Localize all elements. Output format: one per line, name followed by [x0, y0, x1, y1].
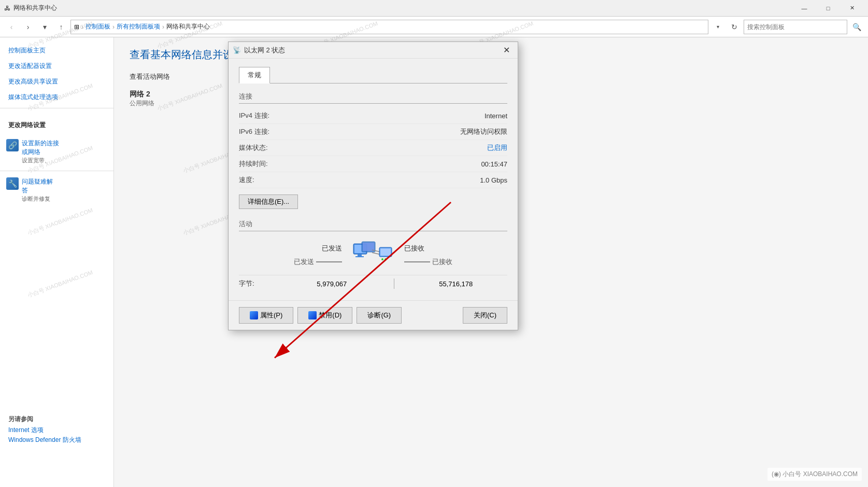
dialog-title-text: 📡 以太网 2 状态: [233, 46, 285, 55]
dialog-content: 常规 连接 IPv4 连接: Internet IPv6 连接: 无网络访问权限…: [229, 59, 518, 300]
received-side: 已接收 已接收: [404, 244, 497, 267]
breadcrumb-icon: ⊞: [74, 23, 79, 31]
close-dialog-button[interactable]: 关闭(C): [463, 307, 507, 324]
breadcrumb-current: 网络和共享中心: [166, 22, 210, 31]
ipv6-label: IPv6 连接:: [239, 127, 301, 136]
duration-value: 00:15:47: [301, 160, 507, 168]
new-connection-desc: 设置宽带、: [22, 157, 59, 164]
troubleshoot-icon: 🔧: [6, 177, 19, 190]
dialog-title-label: 以太网 2 状态: [244, 46, 285, 55]
received-label: 已接收: [404, 244, 497, 253]
search-icon[interactable]: 🔍: [849, 20, 864, 34]
bytes-sent-value: 5,979,067: [280, 280, 383, 288]
diagnose-label: 诊断(G): [367, 311, 391, 320]
received-arrow-line: [404, 261, 430, 262]
properties-button[interactable]: 属性(P): [239, 307, 293, 324]
window-icon: 🖧: [4, 5, 10, 12]
troubleshoot-link[interactable]: 问题疑难解答: [22, 177, 53, 195]
breadcrumb-all-items[interactable]: 所有控制面板项: [117, 22, 160, 31]
bytes-row: 字节: 5,979,067 55,716,178: [239, 275, 507, 292]
properties-icon: [250, 311, 258, 319]
forward-button[interactable]: ›: [21, 20, 35, 34]
sidebar-divider-2: [0, 171, 113, 171]
dialog-footer: 属性(P) 禁用(D) 诊断(G) 关闭(C): [229, 300, 518, 330]
ipv4-row: IPv4 连接: Internet: [239, 108, 507, 124]
internet-options-link[interactable]: Internet 选项: [8, 426, 106, 435]
media-state-label: 媒体状态:: [239, 143, 301, 152]
media-state-row: 媒体状态: 已启用: [239, 140, 507, 156]
sent-arrow-line: [316, 261, 342, 262]
sent-arrow-label: 已发送: [294, 257, 314, 267]
sidebar-action-new-connection: 🔗 设置新的连接或网络 设置宽带、: [0, 136, 113, 168]
speed-value: 1.0 Gbps: [301, 176, 507, 184]
window-close-button[interactable]: ✕: [840, 0, 864, 17]
svg-rect-2: [358, 254, 362, 256]
sidebar-item-change-adapter[interactable]: 更改适配器设置: [0, 58, 113, 74]
troubleshoot-desc: 诊断并修复: [22, 195, 53, 203]
new-connection-icon: 🔗: [6, 139, 19, 151]
network-computers-icon: [352, 240, 394, 271]
also-see-title: 另请参阅: [8, 415, 106, 424]
title-bar-controls: — □ ✕: [792, 0, 864, 17]
up-button[interactable]: ↑: [54, 20, 68, 34]
windows-defender-link[interactable]: Windows Defender 防火墙: [8, 436, 106, 444]
diagnose-button[interactable]: 诊断(G): [357, 307, 402, 324]
ipv6-row: IPv6 连接: 无网络访问权限: [239, 124, 507, 140]
svg-rect-3: [355, 256, 364, 257]
dialog-title-icon: 📡: [233, 46, 241, 54]
search-input[interactable]: [744, 20, 847, 34]
footer-section: 另请参阅 Internet 选项 Windows Defender 防火墙: [0, 415, 114, 446]
svg-rect-9: [380, 248, 391, 256]
media-state-value: 已启用: [301, 143, 507, 152]
bytes-received-value: 55,716,178: [405, 280, 508, 288]
ipv6-value: 无网络访问权限: [301, 127, 507, 136]
ipv4-label: IPv4 连接:: [239, 111, 301, 120]
dialog-tab-bar: 常规: [239, 67, 507, 84]
disable-button[interactable]: 禁用(D): [297, 307, 352, 324]
sent-label: 已发送: [249, 244, 342, 253]
sidebar-item-control-panel-home[interactable]: 控制面板主页: [0, 43, 113, 58]
svg-point-11: [385, 258, 387, 260]
connection-section-title: 连接: [239, 92, 507, 104]
breadcrumb-control-panel[interactable]: 控制面板: [86, 22, 110, 31]
address-bar: ‹ › ▾ ↑ ⊞ › 控制面板 › 所有控制面板项 › 网络和共享中心 ▾ ↻…: [0, 17, 868, 37]
recent-pages-button[interactable]: ▾: [37, 20, 52, 34]
speed-label: 速度:: [239, 175, 301, 185]
received-arrow-label: 已接收: [432, 257, 452, 267]
brand-watermark: (◉) 小白号 XIAOBAIHAO.COM: [767, 468, 862, 481]
breadcrumb: ⊞ › 控制面板 › 所有控制面板项 › 网络和共享中心: [70, 20, 708, 34]
window-title: 网络和共享中心: [13, 4, 57, 12]
duration-label: 持续时间:: [239, 159, 301, 169]
activity-body: 已发送 已发送: [239, 240, 507, 271]
sidebar-action-troubleshoot: 🔧 问题疑难解答 诊断并修复: [0, 174, 113, 206]
title-bar-left: 🖧 网络和共享中心: [4, 4, 57, 12]
maximize-button[interactable]: □: [816, 0, 840, 17]
new-connection-link[interactable]: 设置新的连接或网络: [22, 139, 59, 157]
detail-info-button[interactable]: 详细信息(E)...: [239, 194, 298, 209]
sidebar-divider-1: [0, 108, 113, 108]
ipv4-value: Internet: [301, 112, 507, 120]
duration-row: 持续时间: 00:15:47: [239, 156, 507, 172]
dialog-close-x-button[interactable]: ✕: [499, 44, 514, 57]
svg-point-10: [381, 258, 383, 260]
refresh-button[interactable]: ↻: [727, 20, 742, 34]
ethernet-status-dialog: 📡 以太网 2 状态 ✕ 常规 连接 IPv4 连接: Internet IPv…: [228, 41, 518, 330]
address-dropdown[interactable]: ▾: [710, 20, 725, 34]
sent-side: 已发送 已发送: [249, 244, 342, 267]
activity-section-title: 活动: [239, 219, 507, 231]
title-bar: 🖧 网络和共享中心 — □ ✕: [0, 0, 868, 17]
bytes-divider: [394, 279, 394, 289]
minimize-button[interactable]: —: [792, 0, 816, 17]
bytes-label: 字节:: [239, 279, 280, 288]
dialog-title-bar: 📡 以太网 2 状态 ✕: [229, 42, 518, 59]
speed-row: 速度: 1.0 Gbps: [239, 172, 507, 188]
tab-general[interactable]: 常规: [239, 67, 270, 84]
disable-icon: [308, 311, 317, 319]
back-button[interactable]: ‹: [4, 20, 19, 34]
sidebar: 控制面板主页 更改适配器设置 更改高级共享设置 媒体流式处理选项 更改网络设置 …: [0, 37, 114, 487]
sidebar-item-media-streaming[interactable]: 媒体流式处理选项: [0, 89, 113, 105]
sidebar-item-change-sharing[interactable]: 更改高级共享设置: [0, 74, 113, 89]
activity-section: 活动 已发送 已发送: [239, 219, 507, 292]
disable-label: 禁用(D): [319, 311, 341, 320]
properties-label: 属性(P): [260, 311, 282, 320]
